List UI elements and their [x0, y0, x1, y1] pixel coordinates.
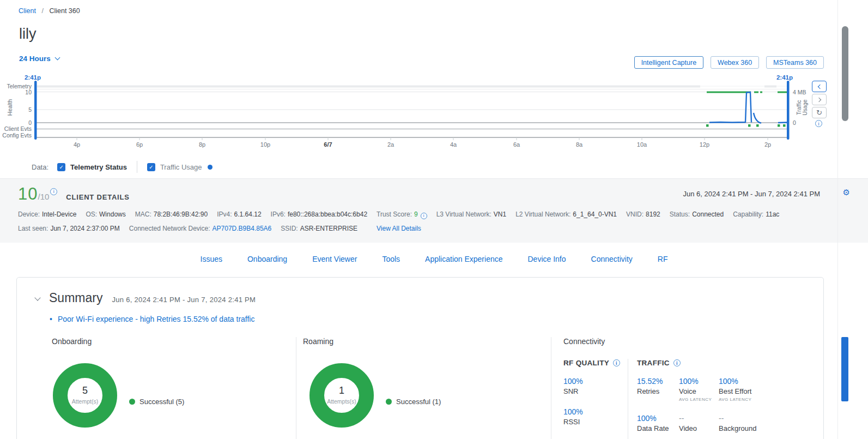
- refresh-button[interactable]: [812, 107, 827, 118]
- header-buttons: Intelligent Capture Webex 360 MSTeams 36…: [634, 56, 824, 69]
- score-info-icon[interactable]: i: [50, 188, 57, 195]
- tab-event-viewer[interactable]: Event Viewer: [312, 255, 357, 263]
- timeline-chart: 2:41p 2:41p Telemetry 10 Health: [0, 74, 868, 155]
- axis-tick-0: 0: [28, 119, 32, 126]
- tab-issues[interactable]: Issues: [201, 255, 222, 263]
- tab-onboarding[interactable]: Onboarding: [247, 255, 287, 263]
- breadcrumb-client-link[interactable]: Client: [19, 7, 36, 15]
- client-details-row-2: Last seen:Jun 7, 2024 2:37:00 PM Connect…: [18, 225, 421, 232]
- scrollbar-blue-marker[interactable]: [841, 337, 848, 401]
- onboarding-attempt-label: Attempt(s): [55, 398, 115, 405]
- telemetry-status-label: Telemetry Status: [70, 163, 127, 171]
- field-mac: MAC:78:2B:46:9B:42:90: [135, 211, 208, 219]
- section-tabs: Issues Onboarding Event Viewer Tools App…: [0, 243, 868, 275]
- telemetry-nodata-strip: [764, 86, 776, 88]
- rf-quality-info-icon[interactable]: i: [613, 359, 620, 366]
- field-ipv4: IPv4:6.1.64.12: [217, 211, 261, 219]
- pan-right-button[interactable]: [812, 94, 827, 105]
- collapse-chevron-icon[interactable]: [34, 294, 40, 300]
- onboarding-attempt-count: 5: [55, 385, 115, 396]
- field-device: Device:Intel-Device: [18, 211, 76, 219]
- field-l3-vn: L3 Virtual Network:VN1: [436, 211, 507, 219]
- view-all-details-link[interactable]: View All Details: [377, 225, 421, 232]
- roaming-legend: Successful (1): [386, 376, 441, 428]
- x-tick-label: 8a: [576, 141, 583, 148]
- traffic-info-icon[interactable]: i: [673, 359, 681, 366]
- x-tick-label: 6a: [513, 141, 520, 148]
- x-tick-label: 10p: [260, 141, 270, 148]
- traffic-usage-line: [709, 92, 751, 123]
- x-tick-label: 6p: [136, 141, 143, 148]
- x-tick-label: 4a: [450, 141, 457, 148]
- x-tick-label: 10a: [637, 141, 647, 148]
- tab-tools[interactable]: Tools: [382, 255, 400, 263]
- tab-device-info[interactable]: Device Info: [528, 255, 566, 263]
- tab-connectivity[interactable]: Connectivity: [591, 255, 633, 263]
- onboarding-title: Onboarding: [52, 337, 296, 346]
- wifi-insight-link[interactable]: Poor Wi-Fi experience - high Retries 15.…: [50, 315, 823, 323]
- traffic-usage-label: Traffic Usage: [160, 163, 202, 171]
- traffic-usage-decay: [754, 113, 761, 123]
- summary-card: Summary Jun 6, 2024 2:41 PM - Jun 7, 202…: [16, 277, 824, 439]
- client-details-header: 10 /10 i CLIENT DETAILS: [18, 184, 130, 204]
- traffic-usage-checkbox[interactable]: [147, 163, 155, 171]
- metric-background: -- Background: [719, 414, 823, 432]
- gear-icon[interactable]: [843, 188, 850, 197]
- trust-score-info-icon[interactable]: i: [421, 213, 427, 219]
- rf-quality-header: RF QUALITY i: [563, 359, 628, 367]
- x-tick-label: 4p: [74, 141, 80, 148]
- tab-application-experience[interactable]: Application Experience: [425, 255, 502, 263]
- roaming-column: Roaming 1 Attempts(s) Successful (1): [296, 337, 551, 439]
- roaming-legend-label: Successful (1): [396, 398, 441, 406]
- tab-rf[interactable]: RF: [658, 255, 668, 263]
- client-event-marker: [778, 124, 780, 127]
- breadcrumb: Client / Client 360: [19, 7, 80, 15]
- success-dot-icon: [129, 399, 135, 405]
- client-event-marker: [706, 124, 709, 127]
- range-handle-left[interactable]: [34, 81, 37, 140]
- pan-left-button[interactable]: [812, 81, 827, 92]
- summary-columns: Onboarding 5 Attempt(s) Successful (5) R…: [17, 337, 823, 439]
- axis-label-health: Health: [7, 99, 13, 116]
- data-label: Data:: [32, 163, 48, 171]
- range-handle-right[interactable]: [787, 81, 790, 140]
- traffic-usage-line: [778, 123, 787, 123]
- axis-tick-4mb: 4 MB: [793, 89, 806, 95]
- field-trust-score: Trust Score:9i: [377, 211, 427, 219]
- chart-data-legend: Data: Telemetry Status Traffic Usage: [0, 155, 868, 178]
- webex-360-button[interactable]: Webex 360: [711, 56, 759, 69]
- summary-date-range: Jun 6, 2024 2:41 PM - Jun 7, 2024 2:41 P…: [112, 296, 256, 304]
- onboarding-column: Onboarding 5 Attempt(s) Successful (5): [17, 337, 296, 439]
- x-tick-label: 8p: [199, 141, 205, 148]
- telemetry-status-checkbox[interactable]: [57, 163, 65, 171]
- connected-device-link[interactable]: AP707D.B9B4.85A6: [213, 225, 272, 232]
- field-capability: Capability:11ac: [733, 211, 779, 219]
- client-details-title: CLIENT DETAILS: [66, 193, 129, 201]
- metric-snr: 100% SNR: [563, 377, 628, 395]
- summary-title: Summary: [49, 291, 102, 305]
- field-status: Status:Connected: [670, 211, 724, 219]
- msteams-360-button[interactable]: MSTeams 360: [766, 56, 824, 69]
- connectivity-column: Connectivity RF QUALITY i 100% SNR 100% …: [551, 337, 823, 439]
- client-event-marker: [756, 124, 759, 127]
- field-ssid: SSID:ASR-ENTERPRISE: [281, 225, 357, 232]
- roaming-attempt-label: Attempts(s): [312, 398, 372, 405]
- intelligent-capture-button[interactable]: Intelligent Capture: [634, 56, 703, 69]
- chevron-down-icon: [54, 55, 60, 61]
- chart-info-icon[interactable]: i: [815, 120, 822, 127]
- scrollbar-thumb[interactable]: [842, 26, 848, 121]
- field-connected-device: Connected Network Device:AP707D.B9B4.85A…: [129, 225, 271, 232]
- axis-label-config-evts: Config Evts: [2, 132, 32, 139]
- axis-tick-5: 5: [28, 106, 32, 113]
- field-os: OS:Windows: [86, 211, 125, 219]
- traffic-metrics-row-1: 15.52% Retries 100% Voice AVG LATENCY 10…: [637, 367, 823, 402]
- health-score-denominator: /10: [38, 192, 49, 201]
- health-score: 10: [18, 184, 38, 204]
- client-event-marker: [748, 124, 751, 127]
- traffic-usage-color-dot: [208, 165, 213, 170]
- page-title: lily: [19, 26, 37, 43]
- field-last-seen: Last seen:Jun 7, 2024 2:37:00 PM: [18, 225, 120, 232]
- chevron-left-icon: [817, 84, 822, 88]
- top-bar: Client / Client 360 lily 24 Hours Intell…: [0, 0, 868, 74]
- time-range-dropdown[interactable]: 24 Hours: [19, 55, 59, 63]
